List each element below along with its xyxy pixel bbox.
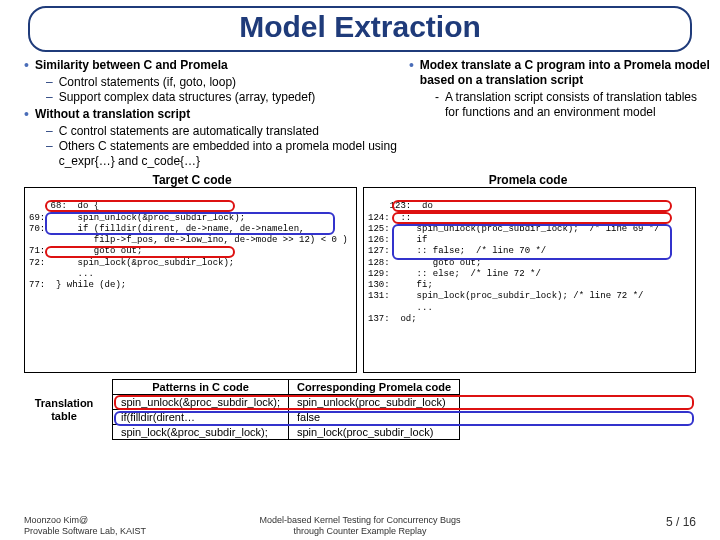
cell-r2c2: false — [288, 410, 459, 425]
right-bullet-1: Modex translate a C program into a Prome… — [420, 58, 712, 88]
bullet-icon: • — [24, 107, 29, 122]
dash-icon: – — [46, 124, 53, 139]
code-header-right: Promela code — [360, 173, 696, 187]
table-row: if(filldir(dirent… false — [113, 410, 460, 425]
table-row: spin_unlock(&proc_subdir_lock); spin_unl… — [113, 395, 460, 410]
footer-center: Model-based Kernel Testing for Concurren… — [222, 515, 499, 536]
cell-r3c1: spin_lock(&proc_subdir_lock); — [113, 425, 289, 440]
table-row: spin_lock(&proc_subdir_lock); spin_lock(… — [113, 425, 460, 440]
dash-icon: - — [435, 90, 439, 120]
dash-icon: – — [46, 139, 53, 169]
content-columns: •Similarity between C and Promela –Contr… — [24, 58, 712, 169]
table-header-2: Corresponding Promela code — [288, 380, 459, 395]
target-c-code: 68: do { 69: spin_unlock(&proc_subdir_lo… — [24, 187, 357, 373]
title-container: Model Extraction — [28, 6, 692, 52]
c-code-text: 68: do { 69: spin_unlock(&proc_subdir_lo… — [29, 201, 348, 290]
code-headers: Target C code Promela code — [24, 173, 696, 187]
table-header-1: Patterns in C code — [113, 380, 289, 395]
promela-code-text: 123: do 124: :: 125: spin_unlock(proc_su… — [368, 201, 660, 324]
left-sub-3: C control statements are automatically t… — [59, 124, 319, 139]
dash-icon: – — [46, 75, 53, 90]
left-bullet-1: Similarity between C and Promela — [35, 58, 228, 73]
highlight-red-icon — [392, 212, 672, 224]
left-sub-4: Others C statements are embedded into a … — [59, 139, 403, 169]
right-column: •Modex translate a C program into a Prom… — [409, 58, 712, 169]
left-column: •Similarity between C and Promela –Contr… — [24, 58, 403, 169]
highlight-red-icon — [392, 200, 672, 212]
left-sub-2: Support complex data structures (array, … — [59, 90, 316, 105]
cell-r1c1: spin_unlock(&proc_subdir_lock); — [113, 395, 289, 410]
footer: Moonzoo Kim@ Provable Software Lab, KAIS… — [0, 515, 720, 536]
bullet-icon: • — [24, 58, 29, 73]
promela-code: 123: do 124: :: 125: spin_unlock(proc_su… — [363, 187, 696, 373]
translation-table: Patterns in C code Corresponding Promela… — [112, 379, 460, 440]
cell-r2c1: if(filldir(dirent… — [113, 410, 289, 425]
slide-title: Model Extraction — [30, 10, 690, 44]
right-sub-1: A translation script consists of transla… — [445, 90, 712, 120]
code-header-left: Target C code — [24, 173, 360, 187]
translation-section: Translation table Patterns in C code Cor… — [24, 379, 696, 440]
cell-r1c2: spin_unlock(proc_subdir_lock) — [288, 395, 459, 410]
footer-left: Moonzoo Kim@ Provable Software Lab, KAIS… — [24, 515, 222, 536]
translation-label: Translation table — [24, 397, 104, 422]
footer-page: 5 / 16 — [498, 515, 696, 536]
left-bullet-2: Without a translation script — [35, 107, 190, 122]
bullet-icon: • — [409, 58, 414, 88]
code-row: 68: do { 69: spin_unlock(&proc_subdir_lo… — [24, 187, 696, 373]
dash-icon: – — [46, 90, 53, 105]
cell-r3c2: spin_lock(proc_subdir_lock) — [288, 425, 459, 440]
table-row: Patterns in C code Corresponding Promela… — [113, 380, 460, 395]
table-wrapper: Patterns in C code Corresponding Promela… — [112, 379, 696, 440]
left-sub-1: Control statements (if, goto, loop) — [59, 75, 236, 90]
